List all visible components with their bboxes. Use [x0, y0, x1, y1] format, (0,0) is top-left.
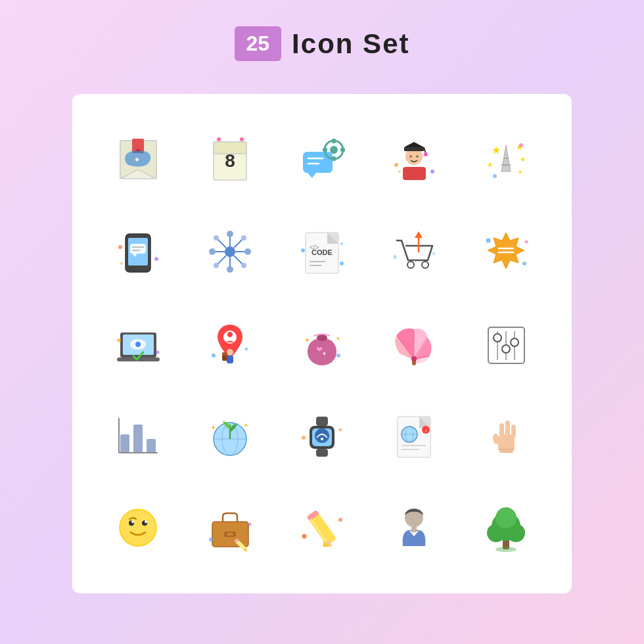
svg-rect-125: [147, 439, 156, 453]
svg-point-101: [212, 354, 216, 357]
svg-point-78: [422, 262, 428, 268]
svg-rect-100: [222, 352, 227, 356]
svg-point-186: [495, 507, 517, 528]
svg-point-47: [118, 245, 122, 249]
svg-point-162: [131, 520, 134, 523]
svg-point-120: [494, 334, 501, 342]
icon-web-document: !: [375, 396, 453, 475]
svg-point-63: [214, 235, 219, 241]
svg-rect-98: [227, 356, 233, 363]
svg-point-104: [317, 334, 327, 341]
svg-point-9: [240, 137, 244, 141]
svg-line-58: [218, 256, 226, 264]
svg-point-8: [217, 137, 221, 141]
svg-point-87: [524, 240, 528, 243]
icon-stars-decoration: ★ ★ ★ ★ ★: [467, 120, 545, 199]
icon-location-person: [191, 304, 269, 383]
svg-rect-16: [323, 148, 327, 152]
svg-point-122: [511, 338, 518, 346]
svg-text:8: 8: [225, 150, 235, 171]
icon-pencil-edit: [283, 488, 361, 567]
svg-point-77: [407, 262, 414, 268]
svg-point-178: [302, 534, 306, 538]
svg-point-75: [340, 262, 344, 265]
svg-point-25: [424, 152, 428, 156]
icon-person: [375, 488, 453, 567]
svg-point-94: [156, 350, 159, 354]
svg-point-62: [244, 248, 251, 255]
svg-point-76: [340, 242, 343, 245]
svg-point-93: [117, 338, 121, 342]
icon-tree: [467, 488, 545, 567]
page-header: 25 Icon Set: [235, 26, 410, 61]
svg-point-85: [486, 238, 490, 242]
svg-point-187: [495, 547, 517, 552]
svg-point-65: [241, 235, 246, 241]
svg-rect-154: [505, 421, 510, 438]
svg-point-28: [394, 163, 398, 167]
svg-point-81: [393, 255, 397, 259]
icon-code-file: CODE </>: [283, 212, 361, 291]
svg-text:★: ★: [520, 156, 526, 163]
svg-point-102: [244, 347, 248, 350]
svg-marker-11: [308, 173, 316, 178]
icon-sliders: [467, 304, 545, 383]
svg-point-66: [214, 263, 219, 268]
icon-bar-chart: [99, 396, 177, 475]
svg-point-74: [301, 248, 305, 252]
svg-point-138: [315, 428, 329, 443]
svg-point-96: [227, 332, 233, 337]
svg-rect-153: [499, 423, 504, 438]
svg-rect-14: [332, 139, 336, 143]
icon-briefcase-pencil: [191, 488, 269, 567]
icon-smartwatch: [283, 396, 361, 475]
icon-grid: ★ 8: [72, 94, 572, 593]
svg-point-86: [522, 262, 526, 265]
svg-point-50: [225, 246, 235, 257]
svg-rect-20: [403, 167, 426, 180]
svg-rect-155: [511, 425, 516, 438]
svg-point-97: [227, 349, 233, 356]
svg-point-171: [209, 538, 213, 541]
svg-rect-15: [332, 156, 336, 161]
icon-fan: [375, 304, 453, 383]
svg-point-141: [338, 428, 342, 431]
svg-point-82: [432, 252, 435, 255]
svg-rect-43: [130, 244, 146, 254]
svg-point-92: [135, 342, 141, 347]
svg-point-61: [209, 248, 216, 255]
svg-rect-22: [404, 147, 424, 151]
svg-point-29: [398, 170, 401, 173]
icon-laptop-verify: [99, 304, 177, 383]
svg-line-55: [218, 239, 226, 248]
icon-eco-globe: ✦ ✦: [191, 396, 269, 475]
svg-point-140: [302, 436, 306, 440]
icon-emoji: [99, 488, 177, 567]
svg-rect-134: [316, 417, 328, 426]
svg-point-172: [248, 522, 251, 526]
svg-point-26: [409, 155, 412, 158]
svg-marker-80: [415, 231, 423, 238]
svg-point-179: [338, 518, 342, 522]
icon-count-badge: 25: [235, 26, 282, 61]
svg-line-57: [234, 239, 242, 248]
svg-point-27: [416, 155, 419, 158]
svg-rect-167: [227, 533, 233, 536]
svg-text:★: ★: [492, 145, 501, 156]
svg-point-159: [120, 509, 156, 546]
icon-graduate: [375, 120, 453, 199]
svg-rect-137: [316, 449, 328, 457]
svg-text:★: ★: [133, 156, 139, 163]
svg-point-163: [145, 520, 147, 523]
svg-rect-181: [411, 526, 417, 532]
svg-point-60: [227, 266, 233, 273]
svg-point-30: [430, 170, 434, 173]
svg-text:✦: ✦: [244, 423, 248, 428]
svg-point-13: [330, 146, 338, 154]
icon-gift-bag: ❤ ♦ ✦ ✦: [283, 304, 361, 383]
svg-text:♦: ♦: [323, 350, 326, 357]
svg-rect-17: [340, 148, 345, 152]
icon-usa-map: ★: [99, 120, 177, 199]
svg-point-48: [154, 257, 158, 261]
icon-mobile-chat: [99, 212, 177, 291]
